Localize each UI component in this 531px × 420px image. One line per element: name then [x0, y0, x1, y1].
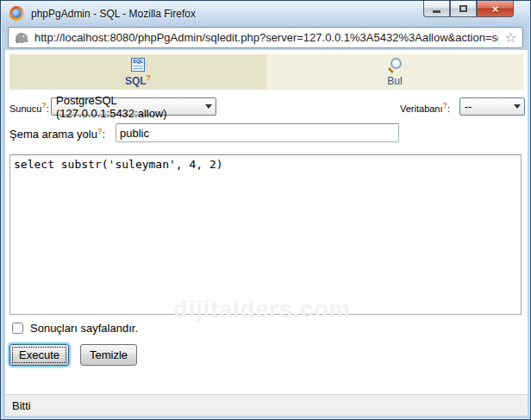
url-bar[interactable]: http://localhost:8080/phpPgAdmin/sqledit… — [8, 27, 523, 48]
page-content: SQL SQL? Bul Sunucu?: PostgreSQL (127.0.… — [5, 50, 528, 394]
close-button[interactable]: × — [477, 1, 514, 17]
schema-row: Şema arama yolu?: — [9, 123, 523, 144]
server-label: Sunucu?: — [9, 101, 49, 114]
window-title: phpPgAdmin - SQL - Mozilla Firefox — [31, 8, 196, 20]
tab-sql[interactable]: SQL SQL? — [9, 54, 266, 90]
paginate-row: Sonuçları sayfalandır. — [12, 320, 138, 335]
tab-bul-label: Bul — [387, 75, 402, 87]
close-icon: × — [492, 3, 499, 16]
phppgadmin-elephant-favicon — [14, 31, 29, 45]
status-text: Bitti — [12, 399, 31, 412]
server-row: Sunucu?: PostgreSQL (127.0.0.1:5432:allo… — [9, 97, 523, 116]
tab-bul[interactable]: Bul — [266, 54, 523, 90]
tab-bar: SQL SQL? Bul — [9, 54, 523, 90]
schema-label: Şema arama yolu?: — [9, 127, 105, 141]
clear-button[interactable]: Temizle — [80, 344, 137, 366]
magnifier-icon — [387, 58, 403, 73]
minimize-button[interactable] — [423, 1, 450, 17]
schema-search-path-input[interactable] — [116, 123, 399, 142]
paginate-label: Sonuçları sayfalandır. — [30, 322, 138, 335]
maximize-button[interactable] — [450, 1, 477, 17]
server-select-value: PostgreSQL (127.0.0.1:5432:allow) — [56, 94, 198, 120]
firefox-icon — [9, 6, 24, 21]
sql-icon-text: SQL — [132, 59, 144, 65]
maximize-icon — [459, 5, 467, 12]
database-select-value: -- — [465, 100, 472, 113]
navigation-bar: http://localhost:8080/phpPgAdmin/sqledit… — [5, 25, 526, 50]
url-text[interactable]: http://localhost:8080/phpPgAdmin/sqledit… — [34, 31, 498, 44]
server-select[interactable]: PostgreSQL (127.0.0.1:5432:allow) — [51, 97, 216, 116]
database-label: Veritabanı?: — [400, 101, 450, 114]
window-controls: × — [423, 1, 514, 17]
sql-help-link[interactable]: ? — [147, 73, 152, 82]
status-bar: Bitti — [5, 394, 528, 416]
dropdown-arrow-icon — [514, 104, 521, 109]
minimize-icon — [433, 10, 440, 13]
sql-icon-lines — [133, 66, 143, 71]
dropdown-arrow-icon — [205, 104, 212, 109]
sql-document-icon: SQL — [131, 58, 145, 72]
bookmark-star-icon[interactable]: ☆ — [498, 27, 522, 48]
tab-sql-label: SQL? — [125, 73, 151, 87]
sql-query-textarea[interactable]: select substr('suleyman', 4, 2) — [9, 154, 522, 315]
database-select[interactable]: -- — [459, 97, 525, 116]
buttons-row: Execute Temizle — [9, 342, 137, 367]
browser-window: phpPgAdmin - SQL - Mozilla Firefox × htt… — [0, 0, 531, 420]
execute-button[interactable]: Execute — [9, 344, 69, 366]
paginate-results-checkbox[interactable] — [12, 323, 23, 334]
